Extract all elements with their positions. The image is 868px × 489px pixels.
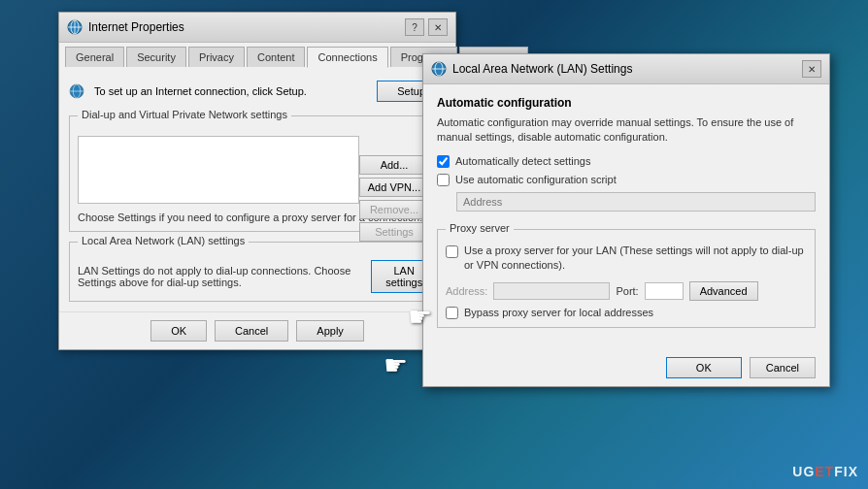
proxy-use-row: Use a proxy server for your LAN (These s… bbox=[446, 244, 807, 274]
internet-properties-dialog: Internet Properties ? ✕ General Security… bbox=[58, 12, 456, 350]
tab-connections[interactable]: Connections bbox=[307, 47, 387, 68]
watermark-ug: UG bbox=[792, 464, 815, 479]
lan-group: Local Area Network (LAN) settings LAN Se… bbox=[69, 242, 446, 302]
setup-text: To set up an Internet connection, click … bbox=[94, 85, 367, 97]
lan-settings-row: LAN Settings do not apply to dial-up con… bbox=[78, 260, 437, 293]
globe-icon bbox=[67, 19, 83, 35]
internet-properties-titlebar: Internet Properties ? ✕ bbox=[59, 13, 455, 43]
remove-button[interactable]: Remove... bbox=[359, 200, 429, 219]
cursor-hand-1: ☛ bbox=[384, 349, 408, 381]
add-vpn-button[interactable]: Add VPN... bbox=[359, 178, 429, 197]
lan-group-label: Local Area Network (LAN) settings bbox=[78, 235, 249, 246]
settings-button[interactable]: Settings bbox=[359, 222, 429, 242]
proxy-section-label: Proxy server bbox=[446, 222, 514, 234]
watermark-fix: FIX bbox=[834, 464, 858, 479]
address-row bbox=[456, 192, 816, 221]
proxy-address-row: Address: Port: 80 Advanced bbox=[446, 281, 807, 301]
dialup-group: Dial-up and Virtual Private Network sett… bbox=[69, 115, 446, 232]
watermark-et: ET bbox=[815, 464, 834, 479]
proxy-address-input[interactable] bbox=[493, 282, 610, 300]
watermark: UGETFIX bbox=[792, 464, 858, 479]
auto-config-script-label: Use automatic configuration script bbox=[455, 174, 617, 185]
tab-security[interactable]: Security bbox=[126, 47, 186, 67]
tab-general[interactable]: General bbox=[65, 47, 124, 67]
proxy-port-input[interactable]: 80 bbox=[645, 282, 684, 300]
auto-detect-checkbox[interactable] bbox=[437, 155, 450, 168]
bypass-label: Bypass proxy server for local addresses bbox=[464, 307, 653, 318]
proxy-use-label: Use a proxy server for your LAN (These s… bbox=[464, 244, 807, 274]
bypass-row: Bypass proxy server for local addresses bbox=[446, 307, 807, 319]
address-input[interactable] bbox=[456, 192, 816, 212]
lan-desc: LAN Settings do not apply to dial-up con… bbox=[78, 265, 371, 288]
lan-dialog-titlebar: Local Area Network (LAN) Settings ✕ bbox=[423, 54, 829, 84]
tab-privacy[interactable]: Privacy bbox=[188, 47, 245, 67]
lan-dialog-bottom: OK Cancel bbox=[423, 349, 829, 386]
titlebar-left: Internet Properties bbox=[67, 19, 184, 35]
auto-config-desc: Automatic configuration may override man… bbox=[437, 115, 816, 146]
proxy-section: Proxy server Use a proxy server for your… bbox=[437, 229, 816, 328]
auto-detect-row: Automatically detect settings bbox=[437, 155, 816, 168]
setup-row: To set up an Internet connection, click … bbox=[69, 77, 446, 106]
lan-titlebar-left: Local Area Network (LAN) Settings bbox=[431, 61, 632, 77]
internet-properties-title: Internet Properties bbox=[88, 20, 184, 34]
auto-config-title: Automatic configuration bbox=[437, 96, 816, 110]
ok-button[interactable]: OK bbox=[150, 320, 207, 342]
dialup-group-label: Dial-up and Virtual Private Network sett… bbox=[78, 109, 291, 120]
advanced-button[interactable]: Advanced bbox=[689, 281, 758, 301]
cancel-button[interactable]: Cancel bbox=[215, 320, 288, 342]
lan-settings-dialog: Local Area Network (LAN) Settings ✕ Auto… bbox=[422, 53, 830, 387]
lan-globe-icon bbox=[431, 61, 447, 77]
dialup-buttons: Add... Add VPN... Remove... Settings bbox=[359, 155, 429, 242]
address-label: Address: bbox=[446, 285, 487, 297]
tab-bar: General Security Privacy Content Connect… bbox=[59, 43, 455, 67]
port-label: Port: bbox=[616, 285, 638, 297]
lan-titlebar-controls: ✕ bbox=[802, 60, 821, 78]
auto-detect-label: Automatically detect settings bbox=[455, 155, 590, 167]
connection-icon bbox=[69, 83, 84, 99]
lan-close-button[interactable]: ✕ bbox=[802, 60, 821, 78]
help-button[interactable]: ? bbox=[405, 18, 424, 36]
dialup-content: Add... Add VPN... Remove... Settings bbox=[78, 136, 437, 204]
auto-config-script-row: Use automatic configuration script bbox=[437, 174, 816, 186]
bypass-checkbox[interactable] bbox=[446, 307, 458, 319]
lan-dialog-title: Local Area Network (LAN) Settings bbox=[452, 62, 632, 76]
internet-properties-bottom: OK Cancel Apply bbox=[59, 311, 455, 349]
close-button[interactable]: ✕ bbox=[428, 18, 448, 36]
dialup-list bbox=[78, 136, 359, 204]
auto-config-script-checkbox[interactable] bbox=[437, 174, 450, 186]
connections-tab-content: To set up an Internet connection, click … bbox=[59, 67, 455, 311]
lan-cancel-button[interactable]: Cancel bbox=[750, 357, 816, 378]
apply-button[interactable]: Apply bbox=[296, 320, 364, 342]
add-button[interactable]: Add... bbox=[359, 155, 429, 175]
titlebar-controls: ? ✕ bbox=[405, 18, 448, 36]
tab-content[interactable]: Content bbox=[247, 47, 306, 67]
proxy-use-checkbox[interactable] bbox=[446, 245, 458, 258]
lan-dialog-content: Automatic configuration Automatic config… bbox=[423, 84, 829, 349]
lan-ok-button[interactable]: OK bbox=[666, 357, 742, 378]
